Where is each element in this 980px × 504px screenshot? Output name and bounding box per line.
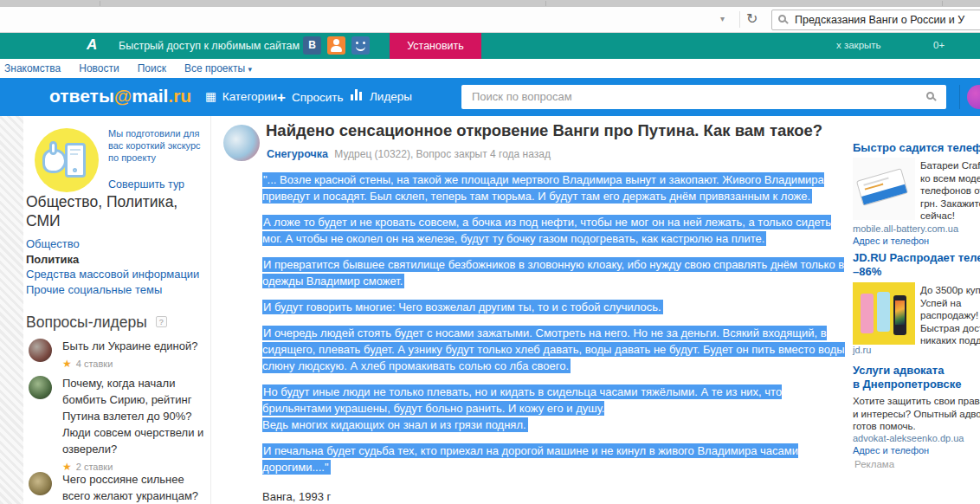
ad-url-link[interactable]: mobile.all-battery.com.ua [853, 223, 958, 234]
sidebar-item-smi[interactable]: Средства массовой информации [26, 268, 199, 283]
chevron-down-icon[interactable]: ▾ [720, 14, 725, 23]
selected-text: Но будут иные люди не только плевать, но… [262, 384, 782, 432]
thumbs-up-tour-icon [35, 128, 99, 192]
ad-title[interactable]: JD.RU Распродает телеф –86% [853, 251, 980, 279]
take-tour-link[interactable]: Совершить тур [108, 178, 184, 191]
ads-label: Реклама [854, 459, 894, 469]
page-content: Мы подготовили для вас короткий экскурс … [0, 116, 980, 504]
my-world-icon[interactable] [351, 36, 370, 55]
browser-search-input[interactable] [795, 10, 978, 29]
sidebar-item-prochie[interactable]: Прочие социальные темы [26, 283, 199, 299]
selected-text: И превратится бывшее святилище безбожник… [262, 257, 844, 288]
tab-divider [545, 1, 546, 6]
ad-url-link[interactable]: jd.ru [853, 345, 871, 355]
portal-nav: Знакомства Новости Поиск Все проекты ▾ [0, 59, 980, 78]
avatar[interactable] [29, 472, 52, 495]
menu-ask[interactable]: +Спросить [277, 89, 344, 107]
otvety-mail-logo[interactable]: ответы@mail.ru [49, 86, 191, 107]
vk-icon[interactable]: В [303, 36, 321, 55]
menu-leaders[interactable]: Лидеры [351, 89, 412, 103]
sidebar-item-politika-active: Политика [26, 253, 199, 268]
nav-item-vse-proekty[interactable]: Все проекты ▾ [184, 62, 252, 74]
tab-divider [942, 1, 943, 6]
sidebar-item-obschestvo[interactable]: Общество [26, 237, 199, 253]
question-panel: Найдено сенсационное откровение Ванги пр… [210, 116, 835, 504]
toolbar-divider [739, 11, 740, 28]
site-header: ответы@mail.ru ▦Категории +Спросить Лиде… [0, 78, 980, 116]
category-heading: Общество, Политика, СМИ [26, 192, 177, 230]
tour-promo-text: Мы подготовили для вас короткий экскурс … [108, 127, 210, 164]
avatar[interactable] [29, 339, 52, 362]
nav-item-novosti[interactable]: Новости [79, 62, 119, 74]
install-button[interactable]: Установить [390, 33, 481, 59]
selected-text: И будут говорить многие: Чего возжелал д… [262, 300, 663, 314]
ad-address-link[interactable]: Адрес и телефон [853, 236, 929, 246]
selected-text: И очередь людей стоять будет с носами за… [262, 326, 845, 373]
grid-icon: ▦ [205, 90, 216, 103]
ad-image-phones[interactable] [853, 282, 915, 345]
screen: ▾ ↻ А Быстрый доступ к любимым сайтам В … [0, 0, 980, 504]
menu-categories[interactable]: ▦Категории [205, 89, 277, 103]
header-divider [959, 85, 960, 109]
search-icon[interactable] [926, 92, 934, 100]
nav-item-znakomstva[interactable]: Знакомства [4, 62, 61, 74]
leader-question: Быть ли Украине единой? ★4 ставки [24, 338, 210, 370]
ad-url-link[interactable]: advokat-alekseenko.dp.ua [853, 433, 964, 443]
selected-text: И печальна будет судьба тех, кто приехал… [262, 443, 798, 475]
star-icon: ★ [62, 358, 72, 370]
ad-title[interactable]: Услуги адвоката в Днепропетровске [853, 364, 961, 391]
avatar[interactable] [29, 376, 52, 399]
browser-search-box [771, 10, 980, 30]
question-title: Найдено сенсационное откровение Ванги пр… [266, 121, 828, 140]
question-byline: Снегурочка Мудрец (10322), Вопрос закрыт… [267, 148, 551, 160]
ad-body: До 3500р купо Успей на распродажу! Быстр… [920, 284, 980, 347]
ad-address-link[interactable]: Адрес и телефон [853, 445, 929, 456]
bar-chart-icon [351, 90, 364, 103]
nav-item-poisk[interactable]: Поиск [138, 62, 166, 74]
leader-question: Почему, когда начали бомбить Сирию, рейт… [24, 375, 210, 473]
amigo-promo-bar: А Быстрый доступ к любимым сайтам В Уста… [0, 33, 980, 59]
ads-column: Быстро садится телефон Батареи Craftm ко… [844, 116, 980, 504]
plus-icon: + [277, 89, 286, 106]
selected-text: "... Возле красной стены, на такой же пл… [262, 172, 824, 204]
close-promo-link[interactable]: х закрыть [836, 40, 881, 50]
chevron-down-icon: ▾ [248, 65, 252, 74]
category-links: Общество Политика Средства массовой инфо… [26, 237, 199, 298]
browser-tab-strip[interactable] [0, 0, 980, 7]
amigo-logo: А [87, 36, 97, 54]
question-meta: Мудрец (10322), Вопрос закрыт 4 года наз… [334, 148, 551, 160]
question-body: "... Возле красной стены, на такой же пл… [262, 171, 860, 503]
ad-title[interactable]: Быстро садится телефон [853, 141, 980, 155]
ad-image-battery[interactable] [853, 158, 915, 220]
help-icon[interactable]: ? [156, 316, 167, 327]
tab-divider [100, 1, 100, 6]
age-rating-badge: 0+ [933, 40, 945, 50]
ad-body: Батареи Craftm ко всем модел телефонов о… [920, 159, 980, 223]
leader-question-link[interactable]: Быть ли Украине единой? [62, 338, 210, 354]
odnoklassniki-icon[interactable] [327, 36, 345, 55]
leader-question: Чего россияне сильнее всего желают украи… [24, 471, 210, 504]
amigo-message: Быстрый доступ к любимым сайтам [119, 40, 300, 52]
page-left-margin [0, 116, 23, 504]
question-search-input[interactable] [472, 86, 913, 107]
refresh-icon[interactable]: ↻ [746, 10, 758, 27]
question-search-box [461, 85, 946, 109]
author-link[interactable]: Снегурочка [267, 148, 328, 160]
question-signature: Ванга, 1993 г [262, 490, 860, 503]
sidebar: Мы подготовили для вас короткий экскурс … [24, 116, 210, 504]
leader-question-link[interactable]: Чего россияне сильнее всего желают украи… [62, 471, 210, 504]
browser-toolbar: ▾ ↻ [0, 7, 980, 33]
stakes-row: ★4 ставки [62, 358, 210, 370]
question-author-avatar[interactable] [223, 125, 260, 161]
selected-text: А ложе то будет и не кровать совсем, а б… [262, 215, 831, 246]
leader-question-link[interactable]: Почему, когда начали бомбить Сирию, рейт… [62, 375, 210, 457]
search-icon [778, 15, 786, 23]
ad-body: Хотите защитить свои права и интересы? О… [853, 395, 980, 433]
leaders-heading: Вопросы-лидеры? [26, 313, 167, 332]
